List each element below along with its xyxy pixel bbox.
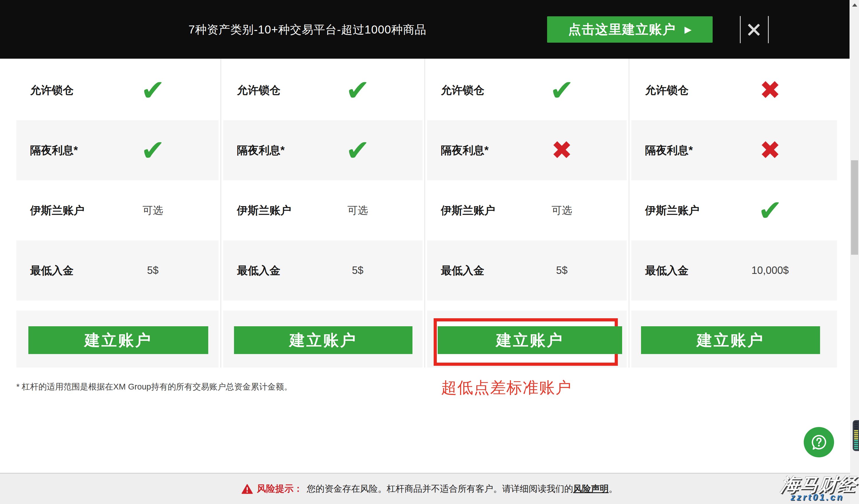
row-label: 隔夜利息* [441,143,489,158]
row-label: 隔夜利息* [237,143,285,158]
table-cell: 伊斯兰账户 ✔ [631,180,837,240]
table-cell: 最低入金 5$ [427,240,627,300]
check-icon: ✔ [758,196,782,225]
check-icon: ✔ [346,136,370,164]
check-icon: ✔ [141,136,165,164]
table-row: 隔夜利息* ✔ 隔夜利息* ✔ 隔夜利息* ✖ 隔夜利息* ✖ [0,120,859,180]
cross-icon: ✖ [759,138,781,163]
risk-warning-bar: 风险提示： 您的资金存在风险。杠杆商品并不适合所有客户。请详细阅读我们的风险声明… [0,473,859,504]
cell-value: 可选 [552,205,572,216]
table-cell: 允许锁仓 ✔ [16,60,218,120]
row-label: 最低入金 [237,263,281,278]
row-label: 允许锁仓 [441,83,484,98]
open-account-button-1[interactable]: 建立账户 [28,326,208,354]
table-cell: 最低入金 10,000$ [631,240,837,300]
table-cell: 伊斯兰账户 可选 [16,180,218,240]
cell-value: 5$ [147,265,159,275]
table-cell: 最低入金 5$ [16,240,218,300]
table-row: 允许锁仓 ✔ 允许锁仓 ✔ 允许锁仓 ✔ 允许锁仓 ✖ [0,60,859,120]
table-row: 伊斯兰账户 可选 伊斯兰账户 可选 伊斯兰账户 可选 伊斯兰账户 ✔ [0,180,859,240]
cell-value: 5$ [556,265,568,275]
cell-value: 5$ [352,265,363,275]
question-bubble-icon [810,433,828,452]
row-label: 伊斯兰账户 [237,203,291,218]
open-account-button-4[interactable]: 建立账户 [641,326,820,354]
open-account-button-2[interactable]: 建立账户 [234,326,412,354]
check-icon: ✔ [141,76,165,105]
cell-value: 可选 [142,205,163,216]
row-label: 最低入金 [441,263,484,278]
table-cell: 允许锁仓 ✔ [223,60,422,120]
row-label: 最低入金 [645,263,689,278]
row-label: 允许锁仓 [30,83,74,98]
risk-title: 风险提示： [257,483,303,495]
watermark-site: zzrt01.cn [790,492,844,503]
risk-statement-link[interactable]: 风险声明 [573,484,609,494]
warning-triangle-icon [241,484,253,494]
separator [740,16,741,43]
help-button[interactable] [804,427,834,457]
scroll-up-arrow-icon[interactable] [852,3,857,6]
separator [768,16,769,43]
row-label: 伊斯兰账户 [645,203,699,218]
table-cell: 伊斯兰账户 可选 [427,180,627,240]
row-label: 允许锁仓 [237,83,281,98]
banner-headline: 7种资产类别-10+种交易平台-超过1000种商品 [189,21,426,37]
cross-icon: ✖ [759,78,781,103]
table-cell: 伊斯兰账户 可选 [223,180,422,240]
promo-banner: 7种资产类别-10+种交易平台-超过1000种商品 点击这里建立账户 ▶ [0,0,849,59]
table-cell: 隔夜利息* ✔ [16,120,218,180]
cell-value: 10,000$ [752,265,789,275]
table-cell: 隔夜利息* ✔ [223,120,422,180]
cross-icon: ✖ [552,138,573,163]
check-icon: ✔ [550,76,574,105]
check-icon: ✔ [346,76,370,105]
row-label: 允许锁仓 [645,83,689,98]
table-cell: 最低入金 5$ [223,240,422,300]
table-cell: 隔夜利息* ✖ [631,120,837,180]
row-label: 最低入金 [30,263,74,278]
arrow-right-icon: ▶ [684,25,692,34]
row-label: 隔夜利息* [645,143,693,158]
scrollbar-thumb[interactable] [851,160,858,255]
open-account-button-3[interactable]: 建立账户 [438,326,622,354]
banner-cta-label: 点击这里建立账户 [568,21,676,38]
table-cell: 隔夜利息* ✖ [427,120,627,180]
cell-value: 可选 [347,205,368,216]
row-label: 隔夜利息* [30,143,78,158]
equalizer-logo-icon [853,420,859,451]
banner-cta-button[interactable]: 点击这里建立账户 ▶ [547,16,713,43]
annotation-label: 超低点差标准账户 [441,377,572,398]
table-row: 最低入金 5$ 最低入金 5$ 最低入金 5$ 最低入金 10,000$ [0,240,859,300]
table-cell: 允许锁仓 ✖ [631,60,837,120]
row-label: 伊斯兰账户 [30,203,85,218]
row-label: 伊斯兰账户 [441,203,495,218]
close-icon[interactable] [745,22,763,38]
table-cell: 允许锁仓 ✔ [427,60,627,120]
risk-text: 您的资金存在风险。杠杆商品并不适合所有客户。请详细阅读我们的风险声明。 [307,483,618,495]
leverage-footnote: * 杠杆的适用范围是根据在XM Group持有的所有交易账户总资金累计金额。 [16,381,292,393]
